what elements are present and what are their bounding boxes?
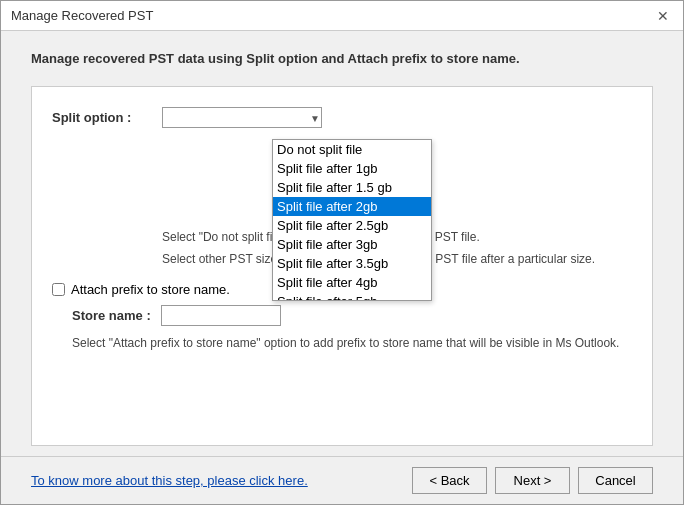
form-area: Split option : Do not split file ▼ Do no… — [31, 86, 653, 446]
dropdown-item[interactable]: Split file after 1gb — [273, 159, 431, 178]
split-option-row: Split option : Do not split file ▼ Do no… — [52, 107, 632, 128]
split-select[interactable]: Do not split file — [162, 107, 322, 128]
dropdown-item[interactable]: Split file after 3gb — [273, 235, 431, 254]
dropdown-scroll-area[interactable]: Do not split fileSplit file after 1gbSpl… — [273, 140, 431, 300]
content-area: Manage recovered PST data using Split op… — [1, 31, 683, 456]
attach-hint-text: Select "Attach prefix to store name" opt… — [72, 334, 632, 352]
dropdown-item[interactable]: Split file after 3.5gb — [273, 254, 431, 273]
next-button[interactable]: Next > — [495, 467, 570, 494]
store-name-input[interactable] — [161, 305, 281, 326]
dropdown-item[interactable]: Split file after 4gb — [273, 273, 431, 292]
dropdown-item[interactable]: Split file after 2gb — [273, 197, 431, 216]
store-name-row: Store name : — [72, 305, 632, 326]
store-name-label: Store name : — [72, 308, 151, 323]
footer: To know more about this step, please cli… — [1, 456, 683, 504]
attach-prefix-label: Attach prefix to store name. — [71, 282, 230, 297]
split-label: Split option : — [52, 107, 162, 125]
back-button[interactable]: < Back — [412, 467, 487, 494]
dialog-title: Manage Recovered PST — [11, 8, 153, 23]
cancel-button[interactable]: Cancel — [578, 467, 653, 494]
close-button[interactable]: ✕ — [653, 6, 673, 26]
dropdown-item[interactable]: Split file after 2.5gb — [273, 216, 431, 235]
dialog: Manage Recovered PST ✕ Manage recovered … — [0, 0, 684, 505]
title-bar: Manage Recovered PST ✕ — [1, 1, 683, 31]
split-select-wrapper[interactable]: Do not split file ▼ — [162, 107, 322, 128]
dropdown-item[interactable]: Split file after 1.5 gb — [273, 178, 431, 197]
help-link[interactable]: To know more about this step, please cli… — [31, 473, 308, 488]
description-text: Manage recovered PST data using Split op… — [31, 51, 653, 66]
split-dropdown[interactable]: Do not split fileSplit file after 1gbSpl… — [272, 139, 432, 301]
attach-prefix-checkbox[interactable] — [52, 283, 65, 296]
dropdown-item[interactable]: Split file after 5gb — [273, 292, 431, 300]
footer-buttons: < Back Next > Cancel — [412, 467, 653, 494]
dropdown-item[interactable]: Do not split file — [273, 140, 431, 159]
